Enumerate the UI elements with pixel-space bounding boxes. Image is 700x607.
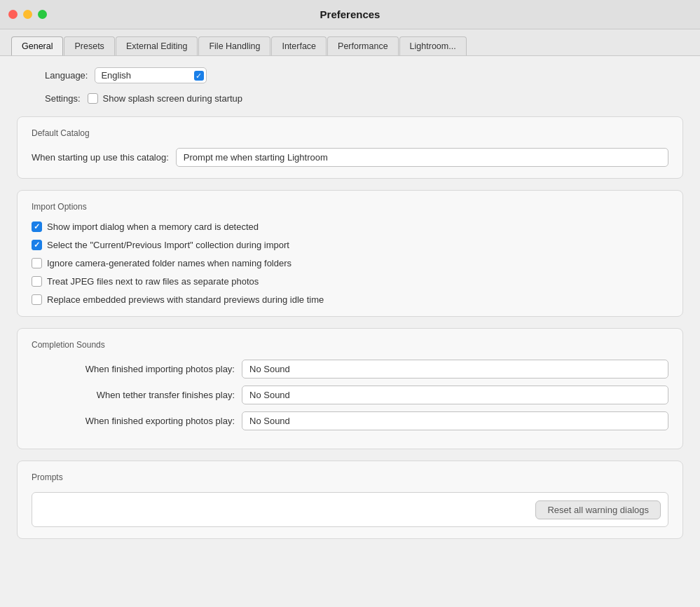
settings-label: Settings: [45,93,81,104]
splash-screen-label: Show splash screen during startup [103,93,242,104]
prompts-inner: Reset all warning dialogs [32,492,668,527]
sound-label-1: When tether transfer finishes play: [32,390,235,400]
splash-screen-checkbox[interactable] [88,93,98,104]
import-checkbox-4[interactable] [32,294,42,305]
tab-interface[interactable]: Interface [271,36,327,55]
language-label: Language: [45,70,88,81]
splash-screen-checkbox-label[interactable]: Show splash screen during startup [88,93,242,104]
import-options-title: Import Options [32,202,668,212]
completion-sounds-title: Completion Sounds [32,340,668,350]
settings-row: Settings: Show splash screen during star… [17,93,683,104]
import-option-label-3: Treat JPEG files next to raw files as se… [47,276,259,287]
import-checkbox-1[interactable] [32,240,42,250]
import-option-label-4: Replace embedded previews with standard … [47,294,324,305]
window-title: Preferences [320,8,380,20]
main-content: Language: English Settings: Show splash … [0,56,700,607]
import-option-2[interactable]: Ignore camera-generated folder names whe… [32,258,668,268]
tab-file-handling[interactable]: File Handling [198,36,270,55]
sound-row-2: When finished exporting photos play: No … [32,411,668,430]
tab-performance[interactable]: Performance [327,36,399,55]
import-options-list: Show import dialog when a memory card is… [32,221,668,305]
catalog-dropdown[interactable]: Prompt me when starting Lightroom [176,148,668,167]
import-option-3[interactable]: Treat JPEG files next to raw files as se… [32,276,668,287]
language-dropdown-wrapper: English [95,67,207,83]
import-option-0[interactable]: Show import dialog when a memory card is… [32,221,668,232]
sound-dropdown-0[interactable]: No Sound [242,360,668,378]
minimize-button[interactable] [23,10,32,19]
tab-general[interactable]: General [11,36,63,55]
catalog-label: When starting up use this catalog: [32,152,169,163]
sound-label-0: When finished importing photos play: [32,364,235,374]
import-checkbox-2[interactable] [32,258,42,268]
default-catalog-section: Default Catalog When starting up use thi… [17,116,683,179]
prompts-section: Prompts Reset all warning dialogs [17,461,683,539]
completion-sounds-section: Completion Sounds When finished importin… [17,328,683,449]
import-option-4[interactable]: Replace embedded previews with standard … [32,294,668,305]
import-option-label-2: Ignore camera-generated folder names whe… [47,258,291,268]
maximize-button[interactable] [38,10,47,19]
sound-label-2: When finished exporting photos play: [32,416,235,426]
sound-dropdown-1[interactable]: No Sound [242,386,668,404]
window-controls [8,10,47,19]
import-option-label-1: Select the "Current/Previous Import" col… [47,240,289,250]
prompts-title: Prompts [32,472,668,482]
sound-row-1: When tether transfer finishes play: No S… [32,386,668,404]
title-bar: Preferences [0,0,700,29]
language-dropdown[interactable]: English [95,67,207,83]
import-options-section: Import Options Show import dialog when a… [17,190,683,317]
catalog-row: When starting up use this catalog: Promp… [32,148,668,167]
tab-lightroom[interactable]: Lightroom... [399,36,467,55]
close-button[interactable] [8,10,18,19]
import-checkbox-0[interactable] [32,221,42,232]
import-option-label-0: Show import dialog when a memory card is… [47,221,259,232]
tab-presets[interactable]: Presets [64,36,114,55]
reset-warning-dialogs-button[interactable]: Reset all warning dialogs [535,500,661,519]
tab-bar: General Presets External Editing File Ha… [0,29,700,56]
import-checkbox-3[interactable] [32,276,42,287]
language-row: Language: English [17,67,683,83]
import-option-1[interactable]: Select the "Current/Previous Import" col… [32,240,668,250]
default-catalog-title: Default Catalog [32,128,668,138]
sound-dropdown-2[interactable]: No Sound [242,411,668,430]
sound-row-0: When finished importing photos play: No … [32,360,668,378]
tab-external-editing[interactable]: External Editing [116,36,198,55]
